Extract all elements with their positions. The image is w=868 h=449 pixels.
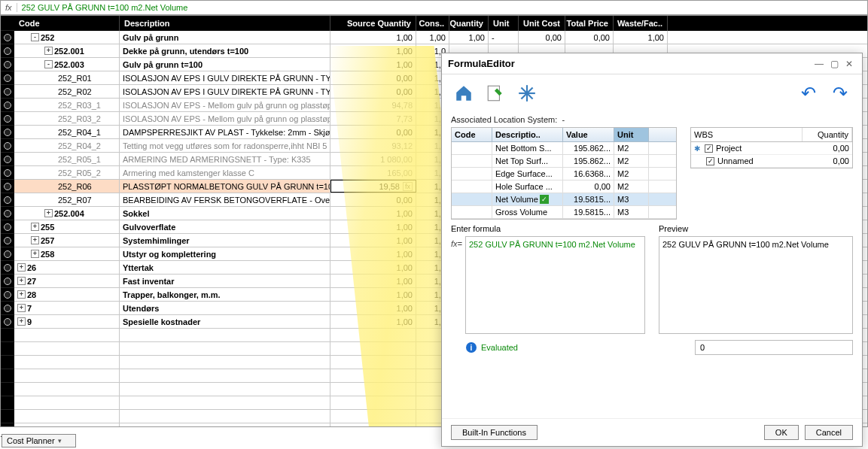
expand-icon[interactable]: + [17,277,26,285]
wbs-col-qty[interactable]: Quantity [803,128,852,141]
undo-button[interactable]: ↶ [796,80,821,106]
col-cons[interactable]: Cons.. [416,16,449,31]
col-description[interactable]: Description [120,16,330,31]
expand-icon[interactable]: + [31,223,39,231]
formula-editor-dialog: FormulaEditor — ▢ ✕ ↶ ↶ Associated Locat… [441,53,863,447]
home-icon [454,83,474,103]
col-quantity[interactable]: Quantity [449,16,489,31]
formula-bar: fx [0,0,868,15]
wbs-icon [694,144,702,153]
home-button[interactable] [451,80,477,106]
expand-icon[interactable]: + [31,250,39,258]
wbs-grid[interactable]: WBS Quantity ✓ Project0,00✓ Unnamed0,00 [690,127,853,168]
col-source-quantity[interactable]: Source Quantity [330,16,416,31]
info-icon: i [466,342,477,353]
property-row[interactable]: Gross Volume19.5815...M3 [452,206,676,219]
property-row[interactable]: Hole Surface ...0,00M2 [452,181,676,193]
dialog-title: FormulaEditor [448,58,811,69]
prop-col-unit[interactable]: Unit [614,128,649,141]
wbs-col-name[interactable]: WBS [691,128,803,141]
row-marker-column [1,16,14,426]
expand-icon[interactable]: + [44,47,53,55]
redo-icon: ↶ [833,83,848,104]
col-total-price[interactable]: ●Total Price [565,16,614,31]
col-waste-factor[interactable]: Waste/Fac.. [614,16,668,31]
dialog-titlebar: FormulaEditor — ▢ ✕ [442,53,862,74]
evaluated-output: 0 [695,340,853,355]
expand-icon[interactable]: + [17,263,26,272]
evaluated-label: Evaluated [481,343,518,352]
expand-icon[interactable]: - [31,33,39,41]
checkbox-icon[interactable]: ✓ [705,144,713,153]
expand-icon[interactable]: + [31,236,39,244]
prop-col-value[interactable]: Value [563,128,614,141]
preview-box: 252 GULV PÅ GRUNN t=100 m2.Net Volume [659,236,853,334]
enter-formula-label: Enter formula [451,224,645,233]
maximize-icon[interactable]: ▢ [827,59,841,69]
associated-location-label: Associated Location System: - [442,112,862,127]
link-button[interactable] [514,80,540,106]
expand-icon[interactable]: + [17,304,26,312]
module-tab-bar: Cost Planner [2,434,76,447]
property-row[interactable]: Net Bottom S...195.862...M2 [452,142,676,155]
property-grid[interactable]: Code Descriptio.. Value Unit Net Bottom … [451,127,677,220]
fx-label: fx [1,3,17,12]
formula-textarea[interactable]: 252 GULV PÅ GRUNN t=100 m2.Net Volume [465,236,645,334]
col-unit-cost[interactable]: Unit Cost [519,16,565,31]
prop-col-description[interactable]: Descriptio.. [492,128,563,141]
close-icon[interactable]: ✕ [842,59,856,69]
ok-button[interactable]: OK [764,425,799,440]
expand-icon[interactable]: + [17,290,26,299]
expand-icon[interactable]: - [44,60,53,68]
check-icon: ✓ [540,195,549,204]
col-unit[interactable]: Unit [489,16,519,31]
property-row[interactable]: Net Volume✓19.5815...M3 [452,193,676,206]
edit-button[interactable] [483,80,508,106]
expand-icon[interactable]: + [17,317,26,326]
undo-icon: ↶ [801,83,816,104]
property-row[interactable]: Net Top Surf...195.862...M2 [452,155,676,168]
wbs-row[interactable]: ✓ Project0,00 [691,142,852,155]
fx-equals-label: fx= [451,236,462,248]
checkbox-icon[interactable]: ✓ [706,157,714,165]
formula-input[interactable] [17,3,867,12]
preview-label: Preview [659,224,853,233]
table-row[interactable]: -252Gulv på grunn1,001,001,00-0,000,001,… [14,31,867,44]
module-selector[interactable]: Cost Planner [2,434,76,447]
cancel-button[interactable]: Cancel [805,425,853,440]
builtin-functions-button[interactable]: Built-In Functions [451,425,538,440]
prop-col-code[interactable]: Code [452,128,492,141]
property-row[interactable]: Edge Surface...16.6368...M2 [452,168,676,181]
minimize-icon[interactable]: — [812,59,826,69]
col-code[interactable]: Code [14,16,120,31]
edit-icon [486,83,505,103]
grid-header-row: Code Description Source Quantity Cons.. … [14,16,867,31]
redo-button[interactable]: ↶ [827,80,853,106]
snowflake-icon [517,83,537,103]
wbs-row[interactable]: ✓ Unnamed0,00 [691,155,852,168]
dialog-toolbar: ↶ ↶ [442,74,862,112]
expand-icon[interactable]: + [44,209,53,217]
